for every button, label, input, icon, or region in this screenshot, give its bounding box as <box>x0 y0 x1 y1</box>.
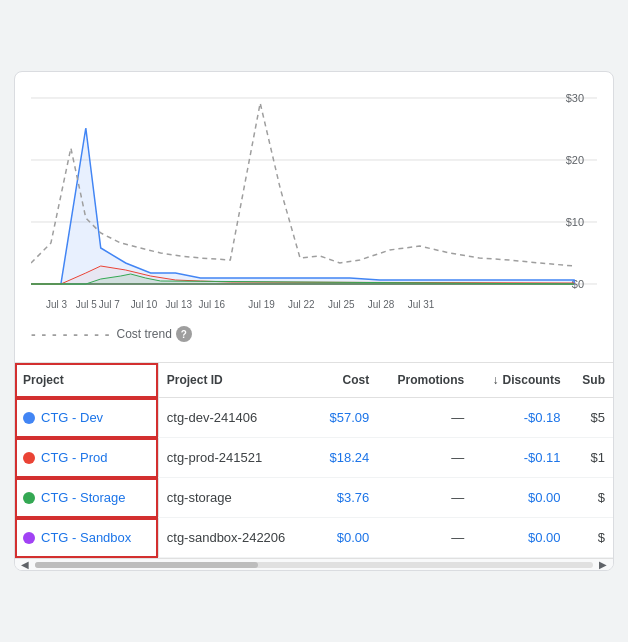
table-row: CTG - Sandbox ctg-sandbox-242206 $0.00 —… <box>15 518 613 558</box>
svg-text:Jul 22: Jul 22 <box>288 299 315 310</box>
project-link-3[interactable]: CTG - Sandbox <box>41 530 131 545</box>
col-header-subtotal[interactable]: Sub <box>569 363 613 398</box>
scrollbar-track[interactable] <box>35 562 593 568</box>
table-row: CTG - Prod ctg-prod-241521 $18.24 — -$0.… <box>15 438 613 478</box>
col-header-cost[interactable]: Cost <box>313 363 377 398</box>
project-id-cell-3: ctg-sandbox-242206 <box>158 518 313 558</box>
svg-text:Jul 10: Jul 10 <box>131 299 158 310</box>
col-header-project-id[interactable]: Project ID <box>158 363 313 398</box>
chart-legend: - - - - - - - - Cost trend ? <box>31 326 597 354</box>
svg-text:$30: $30 <box>566 92 584 104</box>
chart-section: $30 $20 $10 $0 Jul 3 Jul 5 Jul 7 Jul 10 … <box>15 72 613 362</box>
cost-cell-3: $0.00 <box>313 518 377 558</box>
table-section: Project Project ID Cost Promotions ↓Disc… <box>15 362 613 570</box>
subtotal-cell-2: $ <box>569 478 613 518</box>
discount-cell-2: $0.00 <box>472 478 568 518</box>
project-id-cell-1: ctg-prod-241521 <box>158 438 313 478</box>
scrollbar-thumb <box>35 562 258 568</box>
promo-cell-0: — <box>377 398 472 438</box>
svg-text:Jul 5: Jul 5 <box>76 299 97 310</box>
svg-text:Jul 28: Jul 28 <box>368 299 395 310</box>
scroll-left-button[interactable]: ◀ <box>19 559 31 570</box>
legend-dashes: - - - - - - - - <box>31 326 111 342</box>
project-link-0[interactable]: CTG - Dev <box>41 410 103 425</box>
chart-container: $30 $20 $10 $0 Jul 3 Jul 5 Jul 7 Jul 10 … <box>31 88 597 318</box>
project-cell-2: CTG - Storage <box>15 478 158 518</box>
main-card: $30 $20 $10 $0 Jul 3 Jul 5 Jul 7 Jul 10 … <box>14 71 614 571</box>
promo-cell-2: — <box>377 478 472 518</box>
chart-svg: $30 $20 $10 $0 Jul 3 Jul 5 Jul 7 Jul 10 … <box>31 88 597 318</box>
cost-cell-0: $57.09 <box>313 398 377 438</box>
project-id-cell-2: ctg-storage <box>158 478 313 518</box>
col-header-discounts[interactable]: ↓Discounts <box>472 363 568 398</box>
col-header-promotions[interactable]: Promotions <box>377 363 472 398</box>
legend-label: Cost trend <box>117 327 172 341</box>
svg-text:Jul 25: Jul 25 <box>328 299 355 310</box>
svg-text:Jul 16: Jul 16 <box>198 299 225 310</box>
project-dot-0 <box>23 412 35 424</box>
svg-text:$20: $20 <box>566 154 584 166</box>
project-id-cell-0: ctg-dev-241406 <box>158 398 313 438</box>
table-header-row: Project Project ID Cost Promotions ↓Disc… <box>15 363 613 398</box>
project-dot-2 <box>23 492 35 504</box>
subtotal-cell-1: $1 <box>569 438 613 478</box>
project-cell-3: CTG - Sandbox <box>15 518 158 558</box>
svg-text:Jul 19: Jul 19 <box>248 299 275 310</box>
promo-cell-3: — <box>377 518 472 558</box>
sort-down-icon: ↓ <box>493 373 499 387</box>
project-link-1[interactable]: CTG - Prod <box>41 450 107 465</box>
subtotal-cell-0: $5 <box>569 398 613 438</box>
project-cell-0: CTG - Dev <box>15 398 158 438</box>
subtotal-cell-3: $ <box>569 518 613 558</box>
table-row: CTG - Dev ctg-dev-241406 $57.09 — -$0.18… <box>15 398 613 438</box>
data-table: Project Project ID Cost Promotions ↓Disc… <box>15 363 613 558</box>
svg-text:$10: $10 <box>566 216 584 228</box>
project-cell-1: CTG - Prod <box>15 438 158 478</box>
svg-text:Jul 13: Jul 13 <box>166 299 193 310</box>
discount-cell-1: -$0.11 <box>472 438 568 478</box>
svg-text:Jul 7: Jul 7 <box>99 299 120 310</box>
cost-cell-2: $3.76 <box>313 478 377 518</box>
project-link-2[interactable]: CTG - Storage <box>41 490 126 505</box>
discount-cell-3: $0.00 <box>472 518 568 558</box>
svg-text:Jul 3: Jul 3 <box>46 299 67 310</box>
col-header-project[interactable]: Project <box>15 363 158 398</box>
table-row: CTG - Storage ctg-storage $3.76 — $0.00 … <box>15 478 613 518</box>
discount-cell-0: -$0.18 <box>472 398 568 438</box>
promo-cell-1: — <box>377 438 472 478</box>
scrollbar: ◀ ▶ <box>15 558 613 570</box>
help-icon[interactable]: ? <box>176 326 192 342</box>
project-dot-3 <box>23 532 35 544</box>
svg-text:Jul 31: Jul 31 <box>408 299 435 310</box>
project-dot-1 <box>23 452 35 464</box>
scroll-right-button[interactable]: ▶ <box>597 559 609 570</box>
cost-cell-1: $18.24 <box>313 438 377 478</box>
